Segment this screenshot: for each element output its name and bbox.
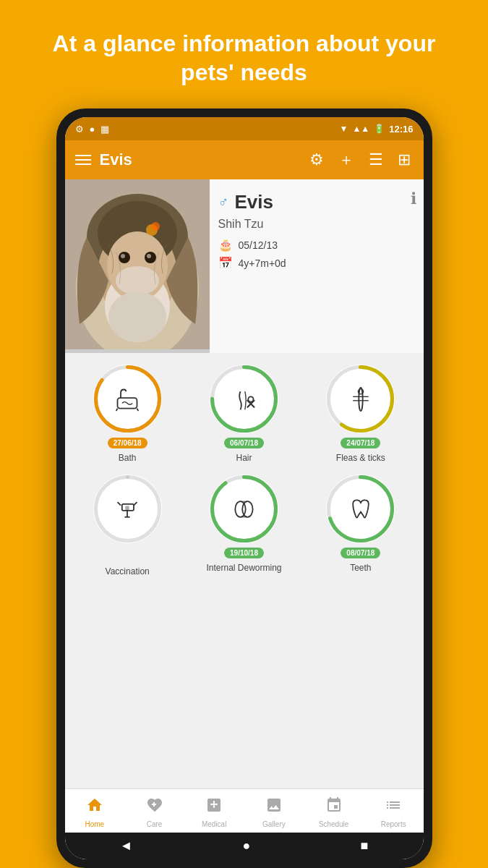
activity-progress-teeth [326,475,395,543]
pet-breed: Shih Tzu [218,218,415,231]
settings-button[interactable]: ⚙ [307,148,327,172]
pet-name: Evis [235,191,274,213]
phone-frame: ⚙ ● ▦ ▼ ▲▲ 🔋 12:16 Evis ⚙ ＋ ☰ ⊞ [56,109,432,868]
home-system-button[interactable]: ● [243,838,251,854]
cake-icon: 🎂 [218,238,233,252]
activity-label-bath: Bath [119,453,137,463]
nav-icon-gallery [265,796,283,818]
circle-status-icon: ● [90,124,95,135]
pet-age-row: 📅 4y+7m+0d [218,256,415,270]
pet-age: 4y+7m+0d [239,258,286,269]
nav-label-schedule: Schedule [319,820,349,828]
activity-label-vaccination: Vaccination [106,566,150,576]
header-tagline: At a glance information about your pets'… [0,0,488,109]
nav-icon-medical [205,796,223,818]
menu-button[interactable] [75,155,91,165]
nav-label-medical: Medical [202,820,226,828]
pet-photo [65,179,210,353]
pet-card: ♂ Evis ℹ Shih Tzu 🎂 05/12/13 📅 4y+7m+0d [65,179,424,353]
back-button[interactable]: ◄ [120,838,133,854]
activity-progress-deworming [210,475,278,543]
wifi-icon: ▼ [340,124,348,134]
phone-screen: ⚙ ● ▦ ▼ ▲▲ 🔋 12:16 Evis ⚙ ＋ ☰ ⊞ [65,117,424,859]
activity-date-fleas: 24/07/18 [341,438,380,448]
system-nav: ◄ ● ■ [65,833,424,859]
activity-item-hair[interactable]: 06/07/18 Hair [189,365,299,463]
activity-progress-fleas [326,365,395,433]
nav-icon-schedule [325,796,343,818]
nav-item-reports[interactable]: Reports [364,793,424,831]
activity-label-teeth: Teeth [350,563,371,573]
nav-item-medical[interactable]: Medical [184,793,244,831]
info-button[interactable]: ℹ [411,190,416,208]
activity-progress-vaccination [93,475,162,543]
svg-point-10 [147,254,151,258]
activity-date-bath: 27/06/18 [108,438,147,448]
activities-grid: 27/06/18 Bath 06/07/18 Hair 24/07/18 Fle… [72,365,416,576]
nav-icon-home [86,796,103,818]
activity-circle-fleas [326,365,395,433]
svg-point-36 [95,477,159,541]
signal-bars-icon: ▲▲ [352,124,369,134]
svg-point-15 [108,292,166,342]
bottom-nav: Home Care Medical Gallery Schedule Repor… [65,788,424,833]
nav-item-care[interactable]: Care [124,793,184,831]
nav-icon-reports [385,796,402,818]
nav-label-reports: Reports [381,820,406,828]
nav-label-home: Home [85,820,104,828]
activity-date-teeth: 08/07/18 [341,548,380,558]
pet-birthdate-row: 🎂 05/12/13 [218,238,415,252]
signal-status-icon: ▦ [100,124,109,135]
recent-apps-button[interactable]: ■ [361,838,369,854]
dog-image [65,179,210,349]
activity-label-deworming: Internal Deworming [206,563,281,573]
app-bar-title: Evis [100,150,298,169]
pet-info: ♂ Evis ℹ Shih Tzu 🎂 05/12/13 📅 4y+7m+0d [210,179,424,353]
nav-label-gallery: Gallery [262,820,286,828]
activity-circle-bath [93,365,162,433]
activity-circle-vaccination [93,475,162,543]
activities-section: 27/06/18 Bath 06/07/18 Hair 24/07/18 Fle… [65,353,424,788]
nav-label-care: Care [147,820,163,828]
activity-date-hair: 06/07/18 [224,438,264,448]
svg-point-14 [151,222,160,231]
calendar-icon: 📅 [218,256,233,270]
pet-birthdate: 05/12/13 [239,239,278,251]
activity-item-teeth[interactable]: 08/07/18 Teeth [305,475,416,576]
settings-status-icon: ⚙ [75,124,84,135]
activity-item-fleas[interactable]: 24/07/18 Fleas & ticks [305,365,416,463]
nav-item-schedule[interactable]: Schedule [304,793,364,831]
activity-item-deworming[interactable]: 19/10/18 Internal Deworming [189,475,299,576]
add-button[interactable]: ＋ [335,146,357,174]
activity-circle-hair [210,365,278,433]
nav-icon-care [146,796,163,818]
activity-progress-bath [93,365,162,433]
time-display: 12:16 [389,124,413,135]
status-bar: ⚙ ● ▦ ▼ ▲▲ 🔋 12:16 [65,117,424,140]
nav-item-home[interactable]: Home [65,793,125,831]
activity-date-deworming: 19/10/18 [224,548,264,558]
svg-point-9 [121,254,125,258]
grid-view-button[interactable]: ⊞ [395,148,414,172]
activity-circle-deworming [210,475,278,543]
svg-point-43 [212,477,275,541]
activity-item-bath[interactable]: 27/06/18 Bath [72,365,183,463]
activity-label-fleas: Fleas & ticks [336,453,385,463]
activity-circle-teeth [326,475,395,543]
nav-item-gallery[interactable]: Gallery [244,793,304,831]
list-view-button[interactable]: ☰ [366,148,386,172]
activity-item-vaccination[interactable]: Vaccination [72,475,183,576]
activity-label-hair: Hair [236,453,252,463]
pet-gender-icon: ♂ [218,194,229,210]
svg-point-12 [116,266,159,295]
app-bar: Evis ⚙ ＋ ☰ ⊞ [65,140,424,179]
activity-progress-hair [210,365,278,433]
battery-icon: 🔋 [374,124,385,134]
